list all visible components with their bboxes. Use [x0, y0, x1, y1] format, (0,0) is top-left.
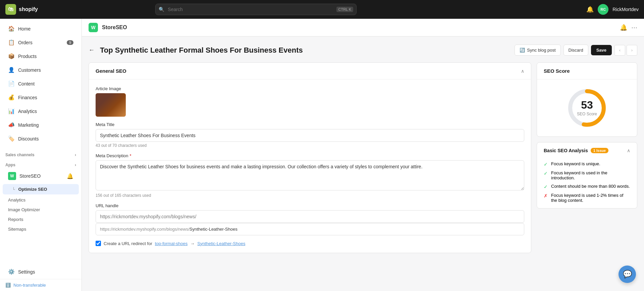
- settings-icon: ⚙️: [8, 269, 15, 275]
- general-seo-card-header: General SEO ∧: [89, 63, 531, 79]
- basic-seo-analysis-title: Basic SEO Analysis 1 Issue: [544, 148, 608, 153]
- url-prefix-display: https://rickmortdev.myshopify.com/blogs/…: [100, 227, 190, 232]
- storeseo-label: StoreSEO: [19, 173, 41, 179]
- sidebar-item-settings[interactable]: ⚙️ Settings: [3, 265, 79, 278]
- seo-score-card-header: SEO Score: [537, 63, 637, 79]
- top-bar: 🛍 shopify 🔍 CTRL K 🔔 RC RickMortdev: [0, 0, 644, 19]
- basic-seo-collapse-icon[interactable]: ∧: [627, 148, 630, 153]
- analysis-text-0: Focus keyword is unique.: [551, 161, 600, 166]
- page-actions: 🔄 Sync blog post Discard Save ‹ ›: [515, 45, 637, 56]
- meta-title-label: Meta Title: [96, 122, 524, 127]
- left-column: General SEO ∧ Article Image: [89, 62, 531, 253]
- page-content: ← Top Synthetic Leather Formal Shoes For…: [82, 37, 644, 291]
- search-input[interactable]: [155, 4, 357, 15]
- sidebar-item-products[interactable]: 📦 Products: [3, 50, 79, 63]
- notification-bell-icon[interactable]: 🔔: [586, 6, 594, 13]
- basic-seo-analysis-header: Basic SEO Analysis 1 Issue ∧: [537, 142, 637, 159]
- discard-button[interactable]: Discard: [564, 45, 588, 56]
- avatar: RC: [598, 4, 608, 15]
- two-column-layout: General SEO ∧ Article Image: [89, 62, 637, 253]
- sidebar-item-label-content: Content: [18, 81, 35, 86]
- seo-score-donut: 53 SEO Score: [565, 86, 609, 130]
- article-image-field: Article Image: [96, 86, 524, 117]
- app-more-icon[interactable]: ⋯: [631, 24, 637, 31]
- shopify-logo-icon: 🛍: [5, 4, 16, 15]
- url-handle-input[interactable]: [96, 210, 524, 223]
- check-icon-2: ✓: [544, 184, 548, 189]
- donut-center: 53 SEO Score: [577, 100, 597, 116]
- general-seo-card: General SEO ∧ Article Image: [89, 62, 531, 253]
- sidebar-item-content[interactable]: 📄 Content: [3, 77, 79, 90]
- sidebar-item-optimize-seo[interactable]: └ Optimize SEO: [3, 184, 79, 194]
- analysis-items: ✓ Focus keyword is unique. ✓ Focus keywo…: [537, 159, 637, 208]
- sales-channels-section: Sales channels ›: [0, 149, 82, 159]
- url-redirect-row: Create a URL redirect for top-formal-sho…: [96, 241, 524, 246]
- meta-title-input[interactable]: [96, 129, 524, 142]
- analysis-text-2: Content should be more than 800 words.: [551, 184, 630, 189]
- meta-description-textarea[interactable]: Discover the Synthetic Leather Shoes for…: [96, 160, 524, 190]
- article-image[interactable]: [96, 93, 126, 117]
- storeseo-bell-icon[interactable]: 🔔: [67, 173, 73, 179]
- check-icon-0: ✓: [544, 162, 548, 167]
- search-icon: 🔍: [159, 7, 164, 12]
- sidebar-sub-analytics[interactable]: Analytics: [3, 195, 79, 205]
- url-redirect-link1[interactable]: top-formal-shoes: [155, 241, 188, 246]
- sidebar-item-label-home: Home: [18, 26, 31, 32]
- back-arrow-icon[interactable]: ←: [89, 47, 95, 54]
- url-handle-value: Synthetic-Leather-Shoes: [190, 227, 237, 232]
- analysis-text-3: Focus keyword is used 1-2% times of the …: [551, 193, 630, 203]
- apps-section: Apps ›: [0, 159, 82, 169]
- search-shortcut: CTRL K: [336, 7, 354, 12]
- search-bar[interactable]: 🔍 CTRL K: [155, 4, 357, 15]
- discounts-icon: 🏷️: [8, 135, 15, 142]
- x-icon-3: ✗: [544, 193, 548, 198]
- sidebar-item-label-products: Products: [18, 54, 37, 59]
- sidebar-sub-image-optimizer[interactable]: Image Optimizer: [3, 205, 79, 214]
- meta-description-hint: 156 out of 165 characters used: [96, 193, 524, 198]
- customers-icon: 👤: [8, 67, 15, 73]
- sidebar-item-customers[interactable]: 👤 Customers: [3, 63, 79, 76]
- url-redirect-arrow: →: [190, 241, 195, 246]
- url-handle-field: URL handle https://rickmortdev.myshopify…: [96, 203, 524, 235]
- orders-badge: 9: [67, 40, 73, 45]
- sidebar-item-orders[interactable]: 📋 Orders 9: [3, 36, 79, 49]
- app-bell-icon[interactable]: 🔔: [620, 24, 627, 31]
- general-seo-card-body: Article Image Meta Title 43 out of 70 ch…: [89, 79, 531, 253]
- sidebar: 🏠 Home 📋 Orders 9 📦 Products 👤 Customers…: [0, 19, 82, 291]
- chat-button[interactable]: 💬: [619, 266, 636, 283]
- seo-score-number: 53: [577, 100, 597, 110]
- sales-channels-expand-icon[interactable]: ›: [75, 153, 76, 157]
- optimize-seo-tree-icon: └: [12, 187, 15, 192]
- sidebar-item-storeseo[interactable]: W StoreSEO 🔔: [3, 169, 79, 183]
- apps-expand-icon[interactable]: ›: [75, 163, 76, 167]
- article-image-label: Article Image: [96, 86, 524, 91]
- app-header: W StoreSEO 🔔 ⋯: [82, 19, 644, 37]
- right-column: SEO Score 53: [537, 62, 637, 253]
- sidebar-item-marketing[interactable]: 📣 Marketing: [3, 118, 79, 131]
- url-redirect-label: Create a URL redirect for: [104, 241, 152, 246]
- meta-title-field: Meta Title 43 out of 70 characters used: [96, 122, 524, 148]
- sidebar-item-home[interactable]: 🏠 Home: [3, 22, 79, 35]
- basic-seo-analysis-card: Basic SEO Analysis 1 Issue ∧ ✓ Focus key…: [537, 142, 637, 209]
- seo-score-card: SEO Score 53: [537, 62, 637, 137]
- sidebar-sub-sitemaps[interactable]: Sitemaps: [3, 225, 79, 234]
- url-redirect-checkbox[interactable]: [96, 241, 101, 246]
- nav-arrows: ‹ ›: [614, 45, 637, 56]
- general-seo-collapse-icon[interactable]: ∧: [521, 68, 524, 74]
- sidebar-sub-reports[interactable]: Reports: [3, 215, 79, 224]
- seo-score-container: 53 SEO Score: [537, 79, 637, 136]
- content-icon: 📄: [8, 80, 15, 87]
- shopify-logo: 🛍 shopify: [5, 4, 38, 15]
- sync-blog-post-button[interactable]: 🔄 Sync blog post: [515, 45, 560, 56]
- sidebar-item-discounts[interactable]: 🏷️ Discounts: [3, 132, 79, 145]
- analysis-item-1: ✓ Focus keyword is used in the introduct…: [544, 170, 630, 180]
- products-icon: 📦: [8, 53, 15, 59]
- url-redirect-link2[interactable]: Synthetic-Leather-Shoes: [197, 241, 245, 246]
- save-button[interactable]: Save: [591, 45, 612, 55]
- sidebar-item-analytics[interactable]: 📊 Analytics: [3, 105, 79, 118]
- sidebar-item-finances[interactable]: 💰 Finances: [3, 91, 79, 104]
- prev-arrow-button[interactable]: ‹: [614, 45, 625, 56]
- finances-icon: 💰: [8, 94, 15, 101]
- next-arrow-button[interactable]: ›: [627, 45, 637, 56]
- storeseo-app-icon: W: [8, 172, 16, 180]
